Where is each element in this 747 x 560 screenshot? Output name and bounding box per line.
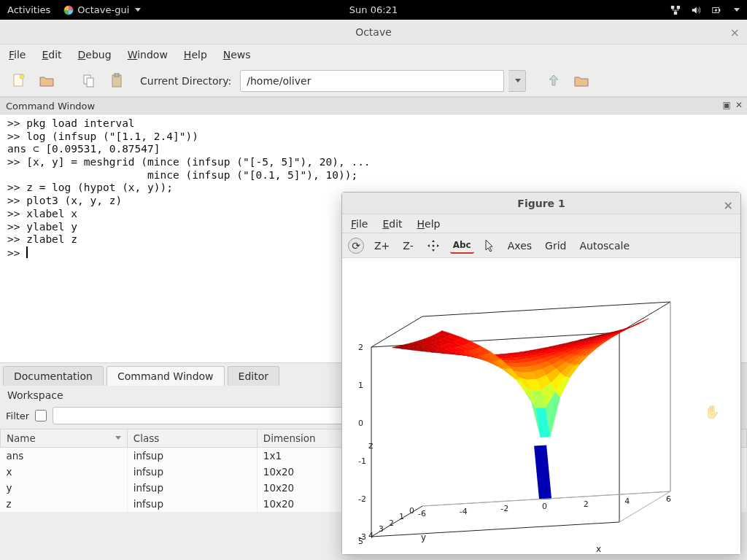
app-menu[interactable]: Octave-gui [63,4,141,15]
figure-canvas[interactable]: -3-2-1012012345-6-4-20246 z y x ✋ [342,258,740,554]
menu-edit[interactable]: Edit [42,49,61,61]
svg-marker-273 [534,445,551,499]
insert-text-button[interactable]: Abc [450,238,474,254]
toggle-grid-button[interactable]: Grid [542,238,569,254]
figure-menu-file[interactable]: File [351,218,368,230]
octave-toolbar: Current Directory: /home/oliver [0,65,747,97]
ws-col-class[interactable]: Class [127,429,257,448]
svg-text:0: 0 [358,419,363,428]
ws-col-name[interactable]: Name [1,429,128,448]
svg-text:2: 2 [584,499,589,509]
y-axis-label: y [421,532,426,542]
svg-rect-4 [719,9,721,12]
current-directory-label: Current Directory: [140,75,231,87]
octave-menubar: File Edit Debug Window Help News [0,44,747,65]
battery-icon[interactable] [711,5,721,15]
current-directory-input[interactable]: /home/oliver [240,70,504,92]
select-arrow-button[interactable] [481,237,498,254]
svg-text:0: 0 [542,502,547,511]
svg-text:-2: -2 [358,494,366,504]
command-window-pane-title: Command Window ▣ ✕ [0,97,747,114]
rotate3d-button[interactable]: ⟳ [348,238,364,254]
svg-rect-2 [674,11,677,14]
gnome-topbar: Activities Octave-gui Sun 06:21 [0,0,747,20]
chevron-down-icon [135,8,141,12]
network-icon[interactable] [670,5,681,15]
z-axis-label: z [368,440,373,451]
parent-folder-button[interactable] [542,69,565,93]
figure-close-button[interactable]: × [724,198,733,212]
svg-text:-4: -4 [460,507,468,516]
figure-toolbar: ⟳ Z+ Z- Abc Axes Grid Autoscale [342,233,740,258]
svg-text:5: 5 [358,537,363,546]
new-script-button[interactable] [7,69,31,93]
system-menu-chevron-icon[interactable] [734,8,740,12]
activities-button[interactable]: Activities [7,4,50,15]
svg-text:1: 1 [358,381,363,390]
svg-text:1: 1 [399,512,404,521]
menu-debug[interactable]: Debug [78,49,112,61]
svg-line-21 [619,491,670,522]
svg-text:2: 2 [358,343,363,352]
zoom-out-button[interactable]: Z- [400,238,416,254]
svg-text:0: 0 [409,506,414,516]
tab-command-window[interactable]: Command Window [107,366,225,386]
open-folder-button[interactable] [35,69,58,93]
svg-rect-1 [677,5,680,8]
zoom-in-button[interactable]: Z+ [371,238,392,254]
figure-menu-edit[interactable]: Edit [382,218,402,230]
paste-button[interactable] [105,69,128,93]
window-close-button[interactable]: × [730,26,740,39]
svg-rect-8 [87,78,93,87]
tab-editor[interactable]: Editor [228,366,279,386]
filter-label: Filter [6,411,29,421]
svg-text:-2: -2 [500,504,508,513]
svg-text:4: 4 [624,497,630,506]
clock[interactable]: Sun 06:21 [349,4,398,15]
octave-icon [63,5,74,15]
octave-titlebar: Octave × [0,20,747,44]
svg-rect-10 [115,74,119,77]
copy-button[interactable] [77,69,101,93]
svg-text:-1: -1 [358,456,366,466]
menu-help[interactable]: Help [184,49,207,61]
svg-rect-0 [671,5,674,8]
menu-news[interactable]: News [223,49,251,61]
figure-menu-help[interactable]: Help [417,218,441,230]
menu-window[interactable]: Window [128,49,168,61]
pan-button[interactable] [424,237,443,254]
figure-titlebar[interactable]: Figure 1 × [342,192,740,214]
figure-title: Figure 1 [517,198,565,209]
browse-folder-button[interactable] [570,69,593,93]
svg-text:-6: -6 [418,509,426,518]
figure-menubar: File Edit Help [342,214,740,233]
volume-icon[interactable] [691,5,701,15]
pane-close-icon[interactable]: ✕ [735,100,743,110]
current-directory-dropdown[interactable] [508,70,526,92]
svg-point-6 [20,74,24,79]
svg-point-11 [432,244,434,246]
toggle-axes-button[interactable]: Axes [505,238,535,254]
figure-window[interactable]: Figure 1 × File Edit Help ⟳ Z+ Z- Abc Ax… [341,192,741,555]
plot3d-surface: -3-2-1012012345-6-4-20246 [342,258,740,554]
window-title: Octave [355,26,392,38]
svg-text:2: 2 [389,518,394,528]
svg-line-19 [422,302,670,316]
svg-line-12 [371,522,619,537]
svg-text:4: 4 [368,531,374,540]
tab-documentation[interactable]: Documentation [3,366,104,386]
pane-undock-icon[interactable]: ▣ [723,100,731,110]
menu-file[interactable]: File [9,49,26,61]
svg-text:6: 6 [666,494,671,504]
x-axis-label: x [596,544,601,554]
pan-cursor-icon: ✋ [704,404,720,419]
filter-checkbox[interactable] [35,410,47,421]
autoscale-button[interactable]: Autoscale [576,238,632,254]
svg-text:3: 3 [379,524,384,534]
